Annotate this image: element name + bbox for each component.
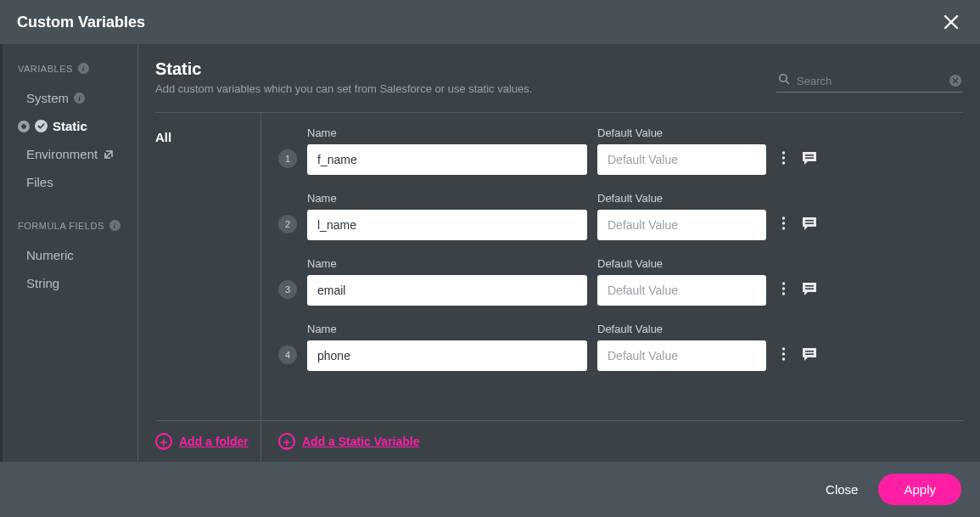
name-input[interactable] bbox=[307, 210, 587, 240]
custom-variables-modal: Custom Variables VARIABLES i System i bbox=[0, 0, 980, 517]
apply-button[interactable]: Apply bbox=[878, 474, 961, 505]
search-icon bbox=[778, 73, 790, 88]
svg-point-1 bbox=[782, 151, 785, 154]
more-icon[interactable] bbox=[781, 150, 786, 169]
svg-rect-14 bbox=[805, 285, 814, 287]
check-icon bbox=[35, 120, 48, 132]
value-input[interactable] bbox=[597, 275, 766, 306]
comment-icon[interactable] bbox=[801, 215, 818, 235]
sidebar: VARIABLES i System i Static Environment bbox=[3, 44, 138, 462]
row-number: 2 bbox=[278, 215, 297, 233]
name-field: Name bbox=[307, 257, 587, 306]
row-actions bbox=[781, 346, 818, 366]
more-icon[interactable] bbox=[781, 346, 786, 365]
variable-row: 3 Name Default Value bbox=[278, 257, 963, 306]
name-label: Name bbox=[307, 192, 587, 205]
svg-point-17 bbox=[782, 352, 785, 355]
external-link-icon bbox=[103, 149, 115, 160]
row-actions bbox=[781, 149, 818, 170]
sidebar-item-files[interactable]: Files bbox=[26, 168, 137, 196]
svg-rect-19 bbox=[805, 351, 814, 352]
more-icon[interactable] bbox=[781, 281, 786, 300]
svg-rect-15 bbox=[805, 288, 814, 289]
comment-icon[interactable] bbox=[801, 280, 818, 301]
add-folder-link[interactable]: + Add a folder bbox=[155, 433, 260, 450]
svg-point-18 bbox=[782, 357, 785, 360]
add-folder-col: + Add a folder bbox=[155, 421, 261, 462]
value-field: Default Value bbox=[597, 192, 766, 240]
row-number: 4 bbox=[278, 346, 297, 364]
sidebar-item-string[interactable]: String bbox=[26, 269, 137, 297]
row-actions bbox=[781, 280, 818, 301]
svg-rect-20 bbox=[805, 353, 814, 355]
folder-all[interactable]: All bbox=[155, 126, 260, 148]
value-field: Default Value bbox=[597, 257, 766, 306]
row-number: 1 bbox=[278, 149, 297, 168]
row-number: 3 bbox=[278, 280, 297, 299]
variable-row: 4 Name Default Value bbox=[278, 323, 963, 371]
row-actions bbox=[781, 215, 818, 235]
svg-point-11 bbox=[782, 282, 785, 284]
info-icon[interactable]: i bbox=[109, 220, 120, 231]
modal-body: VARIABLES i System i Static Environment bbox=[0, 44, 980, 462]
name-field: Name bbox=[307, 126, 587, 175]
plus-icon: + bbox=[278, 433, 295, 450]
folder-column: All bbox=[155, 113, 261, 420]
svg-point-7 bbox=[782, 222, 785, 224]
sidebar-item-system[interactable]: System i bbox=[26, 84, 137, 112]
plus-icon: + bbox=[155, 433, 172, 450]
footer-actions: + Add a folder + Add a Static Variable bbox=[155, 420, 963, 462]
nav-section-variables: VARIABLES i System i Static Environment bbox=[18, 63, 137, 196]
value-field: Default Value bbox=[597, 126, 766, 175]
info-icon[interactable]: i bbox=[78, 63, 89, 74]
name-field: Name bbox=[307, 323, 587, 371]
svg-point-0 bbox=[780, 75, 787, 81]
main-header: Static Add custom variables which you ca… bbox=[155, 59, 963, 95]
value-input[interactable] bbox=[597, 340, 766, 371]
bottom-bar: Close Apply bbox=[0, 462, 980, 517]
svg-rect-5 bbox=[805, 157, 814, 159]
svg-point-8 bbox=[782, 227, 785, 229]
svg-point-2 bbox=[782, 156, 785, 159]
search-input[interactable] bbox=[797, 75, 943, 87]
modal-title: Custom Variables bbox=[17, 14, 145, 31]
close-icon[interactable] bbox=[939, 10, 963, 34]
search-field[interactable] bbox=[776, 70, 963, 93]
close-button[interactable]: Close bbox=[826, 482, 858, 497]
name-label: Name bbox=[307, 323, 587, 335]
more-icon[interactable] bbox=[781, 216, 786, 234]
svg-point-6 bbox=[782, 216, 785, 219]
page-subtitle: Add custom variables which you can set f… bbox=[155, 82, 532, 95]
value-field: Default Value bbox=[597, 323, 766, 371]
clear-search-icon[interactable] bbox=[949, 75, 961, 87]
name-field: Name bbox=[307, 192, 587, 240]
name-label: Name bbox=[307, 257, 587, 270]
info-icon[interactable]: i bbox=[74, 93, 85, 104]
comment-icon[interactable] bbox=[801, 149, 818, 170]
page-title: Static bbox=[155, 59, 532, 79]
value-label: Default Value bbox=[597, 257, 766, 270]
section-label-variables: VARIABLES i bbox=[18, 63, 137, 74]
add-variable-link[interactable]: + Add a Static Variable bbox=[278, 433, 420, 450]
variables-column: 1 Name Default Value bbox=[261, 113, 963, 420]
sidebar-item-numeric[interactable]: Numeric bbox=[26, 241, 137, 269]
svg-point-16 bbox=[782, 347, 785, 350]
svg-point-3 bbox=[782, 161, 785, 164]
value-input[interactable] bbox=[597, 210, 766, 240]
svg-rect-4 bbox=[805, 155, 814, 156]
sidebar-item-static[interactable]: Static bbox=[18, 112, 137, 140]
name-label: Name bbox=[307, 126, 587, 139]
sidebar-item-environment[interactable]: Environment bbox=[26, 140, 137, 168]
name-input[interactable] bbox=[307, 340, 587, 371]
comment-icon[interactable] bbox=[801, 346, 818, 366]
variable-row: 1 Name Default Value bbox=[278, 126, 963, 175]
value-input[interactable] bbox=[597, 144, 766, 175]
value-label: Default Value bbox=[597, 126, 766, 139]
value-label: Default Value bbox=[597, 192, 766, 205]
nav-section-formula: FORMULA FIELDS i Numeric String bbox=[18, 220, 137, 297]
main-panel: Static Add custom variables which you ca… bbox=[138, 44, 980, 462]
name-input[interactable] bbox=[307, 275, 587, 306]
svg-rect-9 bbox=[805, 220, 814, 222]
name-input[interactable] bbox=[307, 144, 587, 175]
content-area: All 1 Name Default Value bbox=[155, 113, 963, 420]
